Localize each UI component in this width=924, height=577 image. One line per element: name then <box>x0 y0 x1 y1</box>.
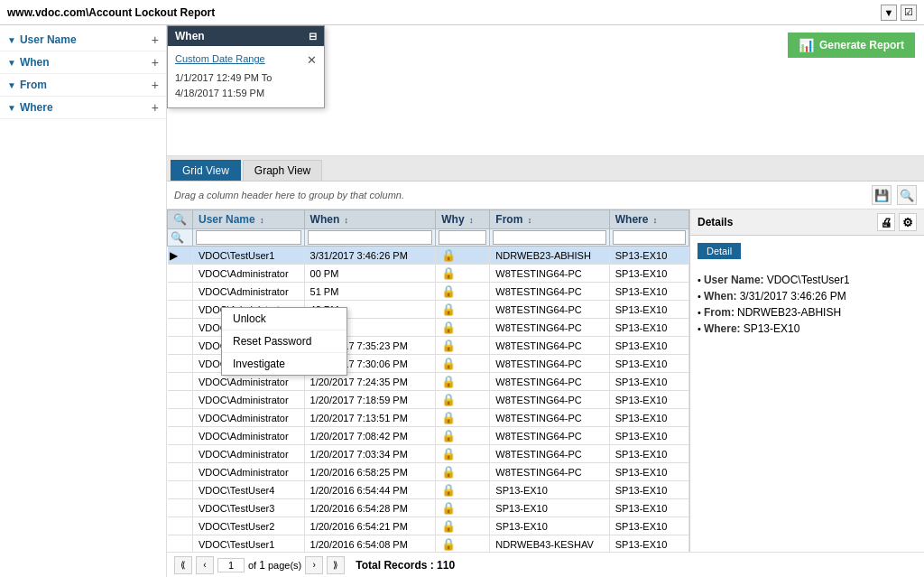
table-row[interactable]: VDOC\TestUser11/20/2016 6:54:08 PM🔒NDRWE… <box>168 535 689 553</box>
table-row[interactable]: VDOC\Administrator1/20/2017 7:18:59 PM🔒W… <box>168 391 689 409</box>
sort-where-icon: ↕ <box>653 216 658 225</box>
print-icon[interactable]: 🖨 <box>877 213 895 231</box>
lock-icon: 🔒 <box>441 519 456 533</box>
grid-container[interactable]: 🔍 User Name ↕ When ↕ Why <box>167 209 689 552</box>
when-popup-close-btn[interactable]: ✕ <box>307 53 317 67</box>
cell-from: SP13-EX10 <box>490 499 609 517</box>
th-why-label: Why <box>441 213 464 226</box>
tab-grid-view[interactable]: Grid View <box>171 160 241 181</box>
search-row-icon: 🔍 <box>173 213 187 226</box>
plus-icon-where[interactable]: + <box>152 100 159 115</box>
context-menu-investigate[interactable]: Investigate <box>222 353 346 375</box>
row-arrow-cell <box>168 319 193 337</box>
settings-icon[interactable]: ⚙ <box>899 213 917 231</box>
sidebar-item-from[interactable]: ▼ From + <box>0 74 166 97</box>
cell-when: 1/20/2016 6:54:21 PM <box>304 517 436 535</box>
when-popup-minimize[interactable]: ⊟ <box>309 31 317 42</box>
table-row[interactable]: ▶VDOC\TestUser13/31/2017 3:46:26 PM🔒NDRW… <box>168 247 689 265</box>
detail-field: Where: SP13-EX10 <box>698 322 917 335</box>
filter-when-icon: ▼ <box>7 58 16 68</box>
search-where-cell[interactable] <box>609 229 688 247</box>
cell-when: 00 PM <box>304 265 436 283</box>
search-from-input[interactable] <box>493 230 605 245</box>
cell-why: 🔒 <box>436 499 490 517</box>
checkbox-icon[interactable]: ☑ <box>901 5 917 21</box>
sidebar-item-username[interactable]: ▼ User Name + <box>0 29 166 51</box>
th-where[interactable]: Where ↕ <box>609 210 688 229</box>
cell-username: VDOC\TestUser1 <box>193 247 305 265</box>
first-page-button[interactable]: ⟪ <box>174 556 192 574</box>
title-bar-icons: ▼ ☑ <box>881 5 917 21</box>
sidebar-item-when[interactable]: ▼ When + <box>0 51 166 74</box>
cell-from: NDRWEB23-ABHISH <box>490 247 609 265</box>
row-arrow-cell <box>168 301 193 319</box>
save-icon[interactable]: 💾 <box>872 185 892 205</box>
top-section: When ⊟ Custom Date Range ✕ 1/1/2017 12:4… <box>167 25 924 156</box>
table-row[interactable]: VDOC\Administrator1/20/2016 6:58:25 PM🔒W… <box>168 463 689 481</box>
cell-where: SP13-EX10 <box>609 517 688 535</box>
th-selector: 🔍 <box>168 210 193 229</box>
search-when-cell[interactable] <box>304 229 436 247</box>
search-icon[interactable]: 🔍 <box>897 185 917 205</box>
search-why-input[interactable] <box>439 230 486 245</box>
plus-icon-from[interactable]: + <box>152 78 159 92</box>
th-why[interactable]: Why ↕ <box>436 210 490 229</box>
th-from[interactable]: From ↕ <box>490 210 609 229</box>
details-list: User Name: VDOC\TestUser1When: 3/31/2017… <box>698 274 917 335</box>
plus-icon-when[interactable]: + <box>152 55 159 70</box>
row-arrow-cell <box>168 481 193 499</box>
filter-where-icon: ▼ <box>7 103 16 113</box>
date-range-text: 1/1/2017 12:49 PM To 4/18/2017 11:59 PM <box>175 70 317 100</box>
table-row[interactable]: VDOC\Administrator1/20/2017 7:08:42 PM🔒W… <box>168 427 689 445</box>
table-row[interactable]: VDOC\Administrator1/20/2017 7:03:34 PM🔒W… <box>168 445 689 463</box>
total-records: Total Records : 110 <box>356 559 455 572</box>
table-row[interactable]: VDOC\Administrator51 PM🔒W8TESTING64-PCSP… <box>168 283 689 301</box>
generate-report-button[interactable]: 📊 Generate Report <box>788 33 915 58</box>
next-page-button[interactable]: › <box>305 556 323 574</box>
last-page-button[interactable]: ⟫ <box>327 556 345 574</box>
details-tab-detail[interactable]: Detail <box>698 243 741 259</box>
when-popup-title: When <box>175 30 205 42</box>
table-row[interactable]: VDOC\Administrator00 PM🔒W8TESTING64-PCSP… <box>168 265 689 283</box>
lock-icon: 🔒 <box>441 284 456 298</box>
cell-why: 🔒 <box>436 463 490 481</box>
cell-from: W8TESTING64-PC <box>490 463 609 481</box>
table-row[interactable]: VDOC\TestUser21/20/2016 6:54:21 PM🔒SP13-… <box>168 517 689 535</box>
when-popup: When ⊟ Custom Date Range ✕ 1/1/2017 12:4… <box>167 25 325 108</box>
search-row-icon-cell: 🔍 <box>168 229 193 247</box>
table-row[interactable]: VDOC\TestUser41/20/2016 6:54:44 PM🔒SP13-… <box>168 481 689 499</box>
prev-page-button[interactable]: ‹ <box>196 556 214 574</box>
search-why-cell[interactable] <box>436 229 490 247</box>
search-username-cell[interactable] <box>193 229 305 247</box>
when-popup-body: Custom Date Range ✕ 1/1/2017 12:49 PM To… <box>168 46 324 107</box>
cell-why: 🔒 <box>436 535 490 553</box>
page-number-input[interactable]: 1 <box>217 558 245 572</box>
cell-where: SP13-EX10 <box>609 373 688 391</box>
context-menu-unlock[interactable]: Unlock <box>222 308 346 330</box>
sidebar-item-where[interactable]: ▼ Where + <box>0 97 166 119</box>
search-when-input[interactable] <box>308 230 433 245</box>
lock-icon: 🔒 <box>441 501 456 515</box>
cell-where: SP13-EX10 <box>609 409 688 427</box>
when-popup-header: When ⊟ <box>168 26 324 46</box>
table-row[interactable]: VDOC\Administrator1/20/2017 7:13:51 PM🔒W… <box>168 409 689 427</box>
tab-graph-view[interactable]: Graph View <box>243 160 322 181</box>
data-table: 🔍 User Name ↕ When ↕ Why <box>167 209 689 552</box>
custom-date-range-link[interactable]: Custom Date Range <box>175 53 265 64</box>
tabs-bar: Grid View Graph View <box>167 156 924 181</box>
plus-icon-username[interactable]: + <box>152 33 159 47</box>
context-menu-reset-password[interactable]: Reset Password <box>222 330 346 353</box>
table-row[interactable]: VDOC\TestUser31/20/2016 6:54:28 PM🔒SP13-… <box>168 499 689 517</box>
sort-username-icon: ↕ <box>260 216 264 225</box>
search-username-input[interactable] <box>196 230 301 245</box>
chart-icon: 📊 <box>799 38 814 52</box>
search-where-input[interactable] <box>613 230 686 245</box>
th-username[interactable]: User Name ↕ <box>193 210 305 229</box>
cell-username: VDOC\Administrator <box>193 265 305 283</box>
filter-icon[interactable]: ▼ <box>881 5 897 21</box>
search-from-cell[interactable] <box>490 229 609 247</box>
lock-icon: 🔒 <box>441 465 456 479</box>
th-when[interactable]: When ↕ <box>304 210 436 229</box>
row-arrow-cell <box>168 427 193 445</box>
cell-from: SP13-EX10 <box>490 517 609 535</box>
